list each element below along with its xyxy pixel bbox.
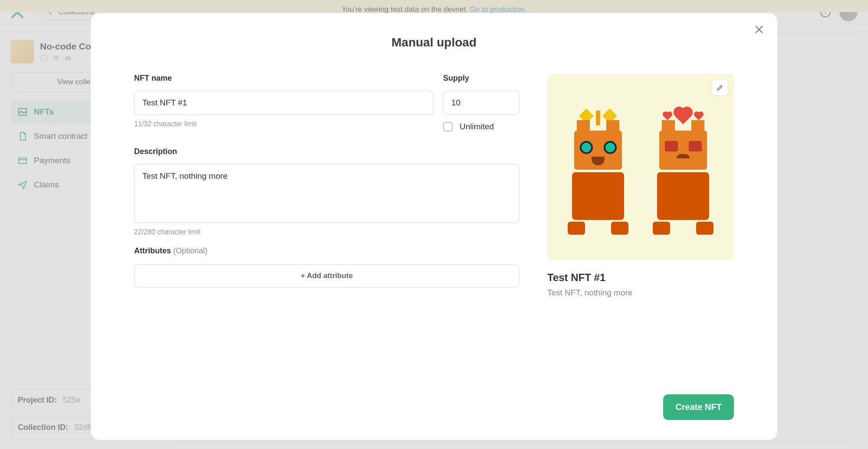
supply-input[interactable] (443, 91, 519, 115)
pixel-cat-love (644, 111, 722, 223)
preview-description: Test NFT, nothing more (547, 288, 734, 298)
nft-name-hint: 11/32 character limit (134, 120, 434, 128)
description-label: Description (134, 147, 519, 156)
manual-upload-modal: Manual upload NFT name 11/32 character l… (91, 13, 777, 440)
supply-label: Supply (443, 74, 519, 83)
form-column: NFT name 11/32 character limit Supply Un… (134, 74, 519, 298)
unlimited-checkbox[interactable] (443, 122, 453, 131)
unlimited-label: Unlimited (460, 122, 494, 131)
pixel-cat-surprised (559, 111, 637, 223)
nft-name-field: NFT name 11/32 character limit (134, 74, 434, 131)
edit-image-button[interactable] (712, 80, 728, 95)
add-attribute-button[interactable]: + Add attribute (134, 264, 519, 288)
pencil-icon (717, 84, 723, 91)
modal-title: Manual upload (134, 36, 734, 49)
nft-preview-image (547, 74, 734, 260)
attributes-block: Attributes (Optional) + Add attribute (134, 246, 519, 288)
attributes-label: Attributes (Optional) (134, 246, 519, 256)
description-textarea[interactable] (134, 164, 519, 223)
attributes-label-text: Attributes (134, 246, 173, 255)
description-hint: 22/280 character limit (134, 228, 519, 236)
preview-column: Test NFT #1 Test NFT, nothing more (547, 74, 734, 298)
attributes-optional-text: (Optional) (173, 246, 207, 255)
description-field: Description 22/280 character limit (134, 147, 519, 236)
supply-field: Supply Unlimited (443, 74, 519, 131)
close-icon (754, 25, 764, 34)
create-nft-button[interactable]: Create NFT (663, 394, 734, 420)
nft-name-input[interactable] (134, 91, 434, 115)
nft-name-label: NFT name (134, 74, 434, 83)
preview-title: Test NFT #1 (547, 272, 734, 284)
close-button[interactable] (753, 23, 765, 36)
